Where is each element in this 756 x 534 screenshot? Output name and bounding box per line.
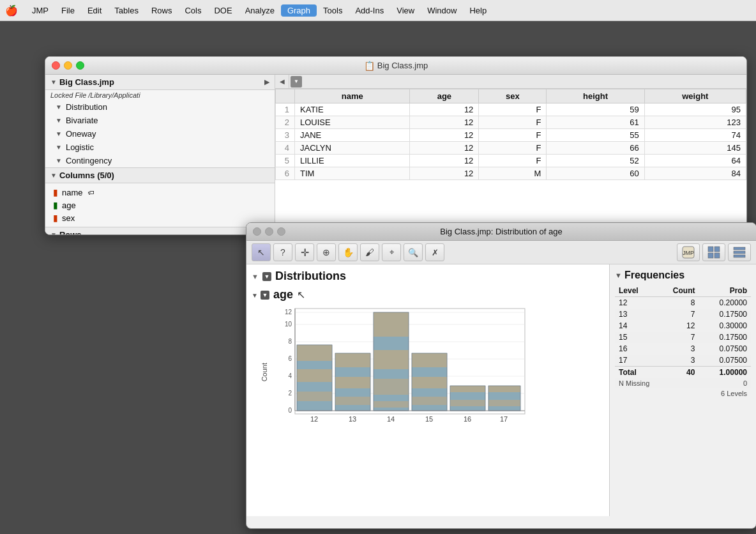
contingency-arrow-icon: ▼ bbox=[56, 157, 62, 164]
rows-arrow-icon[interactable]: ▼ bbox=[50, 231, 57, 234]
svg-text:JMP: JMP bbox=[683, 250, 694, 256]
move-tool-button[interactable]: ⊕ bbox=[317, 243, 336, 261]
histogram-chart: 0 2 4 6 8 10 bbox=[269, 305, 538, 439]
window-menu[interactable]: Window bbox=[421, 4, 463, 17]
col-age-header[interactable]: age bbox=[410, 89, 479, 103]
freq-header-row: ▼ Frequencies bbox=[615, 270, 751, 281]
select-tool-button[interactable]: ↖ bbox=[252, 243, 271, 261]
svg-rect-41 bbox=[412, 353, 447, 367]
columns-header: ▼ Columns (5/0) bbox=[45, 168, 275, 183]
logistic-menu-item[interactable]: ▼ Logistic bbox=[45, 141, 275, 154]
freq-total-prob: 1.00000 bbox=[699, 367, 751, 379]
tables-menu[interactable]: Tables bbox=[108, 4, 145, 17]
col-sex-header[interactable]: sex bbox=[479, 89, 547, 103]
columns-section: ▼ Columns (5/0) ▮ name 🏷 ▮ age ▮ sex bbox=[45, 168, 275, 227]
cell-age: 12 bbox=[410, 142, 479, 155]
dist-collapse-button[interactable]: ▼ bbox=[262, 272, 271, 281]
y-axis-label: Count bbox=[261, 363, 268, 381]
distribution-window: Big Class.jmp: Distribution of age ↖ ? ✛… bbox=[246, 222, 756, 529]
col-name-header[interactable]: name bbox=[295, 89, 410, 103]
cell-age: 12 bbox=[410, 116, 479, 129]
maximize-button[interactable] bbox=[76, 61, 84, 70]
contingency-menu-item[interactable]: ▼ Contingency bbox=[45, 154, 275, 167]
col-sex[interactable]: ▮ sex bbox=[45, 211, 275, 224]
annotate-tool-button[interactable]: ✗ bbox=[425, 243, 444, 261]
col-weight-header[interactable]: weight bbox=[644, 89, 746, 103]
scroll-left-icon[interactable]: ◀ bbox=[275, 75, 289, 89]
svg-text:14: 14 bbox=[387, 415, 395, 423]
jmp-menu[interactable]: JMP bbox=[26, 4, 55, 17]
age-label: age bbox=[273, 288, 293, 301]
col-age[interactable]: ▮ age bbox=[45, 199, 275, 211]
data-area: ◀ ▼ name age sex height weight 1 KATIE 1… bbox=[275, 75, 746, 234]
columns-arrow-icon[interactable]: ▼ bbox=[50, 172, 57, 179]
graph-menu[interactable]: Graph bbox=[281, 4, 317, 17]
columns-list: ▮ name 🏷 ▮ age ▮ sex bbox=[45, 183, 275, 227]
cell-name: JANE bbox=[295, 129, 410, 142]
crosshair-tool-button[interactable]: ✛ bbox=[295, 243, 314, 261]
dist-maximize-button[interactable] bbox=[277, 227, 285, 236]
col-name[interactable]: ▮ name 🏷 bbox=[45, 186, 275, 199]
minimize-button[interactable] bbox=[64, 61, 72, 70]
table-row: 1 KATIE 12 F 59 95 bbox=[276, 103, 746, 116]
cell-weight: 95 bbox=[644, 103, 746, 116]
distribution-menu-item[interactable]: ▼ Distribution bbox=[45, 100, 275, 114]
svg-rect-42 bbox=[412, 377, 447, 388]
zoom-tool-button[interactable]: 🔍 bbox=[404, 243, 423, 261]
scroll-header: ◀ ▼ bbox=[275, 75, 746, 89]
oneway-menu-item[interactable]: ▼ Oneway bbox=[45, 127, 275, 141]
rows-section: ▼ Rows All rows 40 Selected 0 Excluded 0… bbox=[45, 227, 275, 234]
grid-view-button[interactable] bbox=[702, 243, 725, 261]
chart-area: 0 2 4 6 8 10 bbox=[269, 305, 538, 439]
freq-collapse-icon[interactable]: ▼ bbox=[615, 271, 622, 279]
rows-menu[interactable]: Rows bbox=[145, 4, 179, 17]
cell-weight: 74 bbox=[644, 129, 746, 142]
row-number: 6 bbox=[276, 167, 295, 180]
tools-menu[interactable]: Tools bbox=[317, 4, 349, 17]
file-arrow-icon[interactable]: ▼ bbox=[50, 79, 57, 86]
rows-title: Rows bbox=[59, 230, 82, 234]
table-row: 6 TIM 12 M 60 84 bbox=[276, 167, 746, 180]
scroll-indicator[interactable]: ▼ bbox=[291, 76, 302, 88]
help-tool-button[interactable]: ? bbox=[273, 243, 292, 261]
view-menu[interactable]: View bbox=[390, 4, 421, 17]
lasso-tool-button[interactable]: ⌖ bbox=[382, 243, 401, 261]
edit-menu[interactable]: Edit bbox=[81, 4, 108, 17]
logistic-arrow-icon: ▼ bbox=[56, 144, 62, 151]
brush-tool-button[interactable]: 🖌 bbox=[360, 243, 379, 261]
file-menu[interactable]: File bbox=[55, 4, 81, 17]
cell-height: 66 bbox=[547, 142, 644, 155]
svg-rect-8 bbox=[734, 255, 745, 257]
list-view-button[interactable] bbox=[728, 243, 751, 261]
svg-text:13: 13 bbox=[349, 415, 356, 423]
dist-close-button[interactable] bbox=[253, 227, 261, 236]
age-section-collapse-icon[interactable]: ▼ bbox=[252, 288, 258, 439]
jmp-icon-button[interactable]: JMP bbox=[677, 243, 700, 261]
doe-menu[interactable]: DOE bbox=[208, 4, 238, 17]
cols-menu[interactable]: Cols bbox=[178, 4, 208, 17]
grab-tool-button[interactable]: ✋ bbox=[338, 243, 358, 261]
bivariate-menu-item[interactable]: ▼ Bivariate bbox=[45, 114, 275, 127]
name-col-icon: ▮ bbox=[53, 187, 58, 197]
col-height-header[interactable]: height bbox=[547, 89, 644, 103]
dist-section-collapse-icon[interactable]: ▼ bbox=[252, 273, 259, 280]
window-controls bbox=[52, 61, 84, 70]
age-collapse-button[interactable]: ▼ bbox=[261, 291, 269, 300]
cell-name: KATIE bbox=[295, 103, 410, 116]
bigclass-window-title: 📋 Big Class.jmp bbox=[364, 61, 428, 71]
dist-window-controls bbox=[253, 227, 285, 236]
cell-name: JACLYN bbox=[295, 142, 410, 155]
close-button[interactable] bbox=[52, 61, 60, 70]
freq-count: 12 bbox=[655, 320, 699, 332]
addins-menu[interactable]: Add-Ins bbox=[349, 4, 390, 17]
cell-sex: F bbox=[479, 103, 547, 116]
analyze-menu[interactable]: Analyze bbox=[239, 4, 281, 17]
dist-minimize-button[interactable] bbox=[265, 227, 273, 236]
expand-icon[interactable]: ▶ bbox=[264, 78, 269, 86]
svg-text:15: 15 bbox=[425, 415, 433, 423]
help-menu[interactable]: Help bbox=[463, 4, 493, 17]
freq-prob: 0.17500 bbox=[699, 332, 751, 343]
table-row: 3 JANE 12 F 55 74 bbox=[276, 129, 746, 142]
svg-rect-50 bbox=[488, 386, 520, 392]
apple-menu-icon[interactable]: 🍎 bbox=[5, 4, 18, 17]
